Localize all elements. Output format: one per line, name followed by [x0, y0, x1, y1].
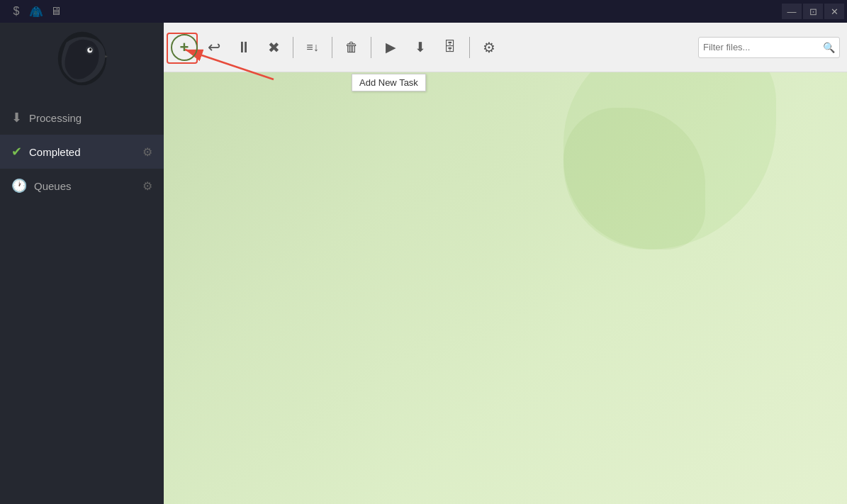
- download-button[interactable]: ⬇: [407, 34, 434, 61]
- completed-icon: ✔: [11, 144, 22, 159]
- processing-label: Processing: [29, 112, 152, 124]
- delete-button[interactable]: 🗑: [338, 34, 365, 61]
- cancel-button[interactable]: ✖: [260, 34, 287, 61]
- add-task-tooltip: Add New Task: [352, 74, 426, 91]
- title-bar-left-icons: $ 🧥 🖥: [3, 4, 64, 19]
- settings-button[interactable]: ⚙: [476, 34, 503, 61]
- sidebar-item-queues[interactable]: 🕐 Queues ⚙: [0, 169, 164, 203]
- sidebar-item-completed[interactable]: ✔ Completed ⚙: [0, 135, 164, 169]
- main-content: [164, 72, 847, 504]
- media-button[interactable]: ▶: [377, 34, 404, 61]
- pause-button[interactable]: ⏸: [230, 34, 257, 61]
- separator-1: [293, 37, 293, 58]
- completed-settings-icon[interactable]: ⚙: [142, 145, 152, 159]
- queues-label: Queues: [34, 180, 142, 192]
- filter-input-wrap: 🔍: [698, 37, 840, 58]
- sidebar: ⬇ Processing ✔ Completed ⚙ 🕐 Queues ⚙: [0, 23, 164, 504]
- sort-button[interactable]: ≡↓: [299, 34, 326, 61]
- title-bar: $ 🧥 🖥 — ⊡ ✕: [0, 0, 847, 23]
- main-layout: ⬇ Processing ✔ Completed ⚙ 🕐 Queues ⚙ + …: [0, 23, 847, 504]
- content-area: + ↩ ⏸ ✖ ≡↓ 🗑 ▶ ⬇ 🗄 ⚙ 🔍 Add New Task: [164, 23, 847, 504]
- toolbar: + ↩ ⏸ ✖ ≡↓ 🗑 ▶ ⬇ 🗄 ⚙ 🔍 Add New Task: [164, 23, 847, 72]
- queues-icon: 🕐: [11, 178, 27, 194]
- add-task-button[interactable]: +: [171, 34, 198, 61]
- separator-4: [469, 37, 470, 58]
- shirt-icon[interactable]: 🧥: [28, 4, 44, 19]
- svg-point-7: [89, 48, 91, 51]
- restore-button[interactable]: ⊡: [803, 4, 823, 19]
- filter-input[interactable]: [703, 42, 823, 52]
- minimize-button[interactable]: —: [782, 4, 802, 19]
- dollar-icon[interactable]: $: [9, 4, 24, 19]
- close-button[interactable]: ✕: [824, 4, 844, 19]
- database-button[interactable]: 🗄: [437, 34, 464, 61]
- monitor-icon[interactable]: 🖥: [48, 4, 64, 19]
- app-logo: [40, 30, 125, 94]
- undo-button[interactable]: ↩: [201, 34, 228, 61]
- filter-search-icon: 🔍: [823, 42, 835, 53]
- sidebar-item-processing[interactable]: ⬇ Processing: [0, 101, 164, 135]
- completed-label: Completed: [29, 146, 142, 158]
- processing-icon: ⬇: [11, 110, 22, 125]
- logo-area: [0, 23, 164, 101]
- separator-3: [371, 37, 371, 58]
- queues-settings-icon[interactable]: ⚙: [142, 179, 152, 193]
- separator-2: [332, 37, 332, 58]
